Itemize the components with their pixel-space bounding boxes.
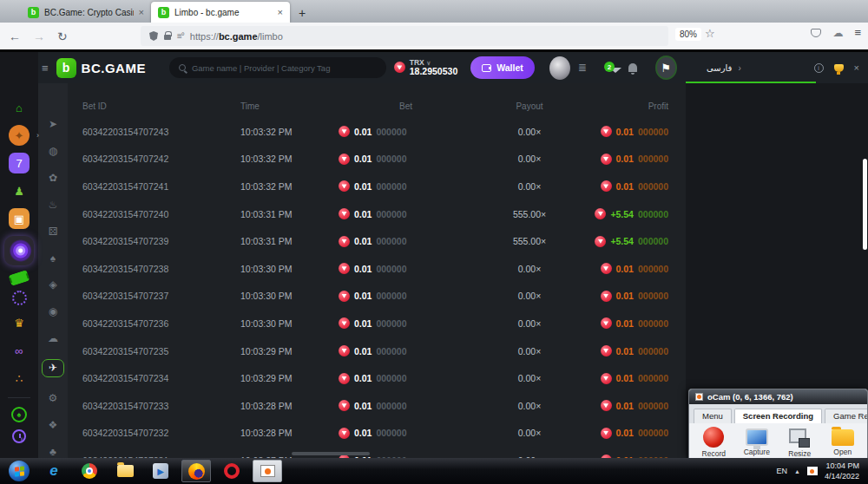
chat-language-tab[interactable]: فارسی xyxy=(707,63,732,73)
chrome-icon xyxy=(82,463,97,479)
start-button[interactable] xyxy=(9,461,30,481)
bet-payout: 555.00× xyxy=(473,209,586,219)
back-button[interactable]: ← xyxy=(9,30,21,43)
zoom-indicator[interactable]: 80% xyxy=(675,28,701,41)
address-bar[interactable]: ≡° https://bc.game/limbo xyxy=(141,26,668,46)
currency-selector[interactable]: TRX ∨ 18.2950530 xyxy=(394,59,457,77)
bcgame-logo-icon: b xyxy=(56,58,76,78)
bookmark-star-icon[interactable]: ☆ xyxy=(705,27,715,40)
sidebar-item-bcd-spade[interactable]: ♠ xyxy=(11,407,27,422)
sidebar-item-lottery-ticket[interactable] xyxy=(9,270,30,286)
mini-game-cards-icon[interactable]: ♠ xyxy=(43,252,62,265)
taskbar-internet-explorer[interactable]: e xyxy=(39,460,69,482)
notifications-bell-icon[interactable] xyxy=(628,63,637,72)
ocam-capture-button[interactable]: Capture xyxy=(741,427,773,458)
ocam-tab-screen-recording[interactable]: Screen Recording xyxy=(734,409,822,423)
inbox-badge: 2 xyxy=(604,62,615,72)
search-icon xyxy=(179,64,186,71)
table-row: 6034220315470723210:03:28 PM0.010000000.… xyxy=(82,420,668,448)
taskbar-clock[interactable]: 10:04 PM 4/14/2022 xyxy=(825,461,863,481)
search-input[interactable] xyxy=(192,63,377,73)
chat-rules-info-icon[interactable]: i xyxy=(814,63,824,73)
hidden-icons-arrow[interactable]: ▲ xyxy=(794,468,800,474)
mini-game-fruits-icon[interactable]: ✿ xyxy=(43,172,62,185)
clock-date: 4/14/2022 xyxy=(825,471,859,481)
extensions-icon[interactable]: ☁ xyxy=(832,27,843,39)
ocam-titlebar[interactable]: oCam (0, 6, 1366, 762) xyxy=(689,389,867,404)
taskbar-ocam[interactable] xyxy=(253,460,282,482)
table-header-row: Bet ID Time Bet Payout Profit xyxy=(82,94,668,118)
language-indicator[interactable]: EN xyxy=(777,467,788,475)
bet-time: 10:03:30 PM xyxy=(240,318,339,329)
sidebar-item-casino[interactable]: ✦› xyxy=(9,125,30,146)
sidebar-item-limbo-spiral[interactable] xyxy=(4,236,34,265)
wallet-button[interactable]: Wallet xyxy=(470,56,535,79)
ocam-resize-button[interactable]: Resize xyxy=(784,427,816,458)
mini-game-mines-icon[interactable]: ❖ xyxy=(43,418,62,431)
sidebar-item-sports[interactable]: ♟ xyxy=(9,180,30,201)
mini-game-gems-icon[interactable]: ◈ xyxy=(43,278,62,291)
firefox-icon xyxy=(188,463,205,480)
mini-game-machine-icon[interactable]: ⚙ xyxy=(43,391,62,404)
bet-amount: 0.01000000 xyxy=(339,428,473,439)
mini-game-plinko-icon[interactable]: ◍ xyxy=(43,145,62,158)
tab-limbo[interactable]: b Limbo - bc.game × xyxy=(151,2,290,23)
bet-profit: +5.54000000 xyxy=(586,236,668,247)
chat-close-icon[interactable]: × xyxy=(854,62,859,73)
mini-game-hilo-icon[interactable]: ♨ xyxy=(43,199,62,212)
folder-icon xyxy=(117,465,134,477)
table-row: 6034220315470723610:03:30 PM0.010000000.… xyxy=(82,310,668,337)
sidebar-item-vip-crown[interactable]: ♛ xyxy=(9,312,30,333)
pocket-icon[interactable] xyxy=(811,29,821,37)
taskbar-opera[interactable] xyxy=(217,460,247,482)
sidebar-item-roulette[interactable] xyxy=(12,291,27,305)
site-header: ≡ b BC.GAME TRX ∨ 18.2950530 xyxy=(38,52,686,83)
ocam-open-button[interactable]: Open xyxy=(827,427,859,458)
tracking-shield-icon[interactable] xyxy=(149,31,158,41)
taskbar-media-player[interactable]: ▶ xyxy=(146,460,175,482)
mini-game-limbo-rocket-icon[interactable]: ✈ xyxy=(42,359,64,378)
trx-coin-icon xyxy=(595,236,606,247)
horizontal-scrollbar[interactable] xyxy=(292,452,370,455)
taskbar-firefox[interactable] xyxy=(181,460,211,482)
ocam-tab-menu[interactable]: Menu xyxy=(694,409,732,423)
browser-toolbar: ← → ↻ ≡° https://bc.game/limbo 80% ☆ ☁ ≡ xyxy=(0,23,868,49)
chevron-right-icon[interactable]: › xyxy=(738,63,740,73)
mini-game-crash-icon[interactable]: ➤ xyxy=(43,118,62,131)
trx-coin-icon xyxy=(339,263,350,274)
sidebar-item-coin-bits[interactable]: ∴ xyxy=(9,368,30,389)
lock-icon[interactable] xyxy=(164,35,171,40)
chat-scrollbar[interactable] xyxy=(863,159,867,250)
taskbar-chrome[interactable] xyxy=(75,460,104,482)
app-menu-icon[interactable]: ≡ xyxy=(854,26,861,39)
reload-button[interactable]: ↻ xyxy=(57,30,68,43)
tab-close-icon[interactable]: × xyxy=(139,7,144,17)
mini-game-sky-icon[interactable]: ☁ xyxy=(43,332,62,345)
quest-flag-icon[interactable]: ⚑ xyxy=(655,56,677,80)
account-list-icon[interactable]: ≣ xyxy=(578,62,587,74)
new-tab-button[interactable]: + xyxy=(299,6,306,23)
sidebar-item-slots[interactable]: 7 xyxy=(9,153,30,173)
sidebar-item-home[interactable]: ⌂ xyxy=(9,97,30,118)
table-row: 6034220315470724110:03:32 PM0.010000000.… xyxy=(82,173,668,200)
sidebar-item-recent-clock[interactable] xyxy=(12,429,26,443)
sidebar-toggle-icon[interactable]: ≡ xyxy=(42,62,49,75)
tab-bcgame-home[interactable]: b BC.Game: Crypto Casino Game × xyxy=(21,2,151,23)
trophy-icon[interactable] xyxy=(834,64,844,72)
avatar[interactable] xyxy=(549,56,570,80)
game-search[interactable] xyxy=(169,57,386,78)
tray-ocam-icon[interactable] xyxy=(807,467,818,475)
mini-game-classic-dice-icon[interactable]: ⚄ xyxy=(43,225,62,238)
ocam-record-button[interactable]: Record xyxy=(698,427,730,458)
mini-game-wheel-icon[interactable]: ◉ xyxy=(43,305,62,318)
ocam-window[interactable]: oCam (0, 6, 1366, 762) Menu Screen Recor… xyxy=(688,389,868,458)
sidebar-item-shop[interactable]: ▣ xyxy=(9,208,30,229)
sidebar-item-friends[interactable]: ∞ xyxy=(9,340,30,361)
bcgame-logo[interactable]: b BC.GAME xyxy=(56,58,146,78)
mini-game-clover-icon[interactable]: ♣ xyxy=(43,445,62,458)
bet-time: 10:03:31 PM xyxy=(240,209,339,219)
ocam-tab-game-recording[interactable]: Game Recor xyxy=(825,409,868,423)
tab-close-icon[interactable]: × xyxy=(278,7,283,17)
taskbar-file-explorer[interactable] xyxy=(110,460,140,482)
permissions-icon[interactable]: ≡° xyxy=(177,31,184,41)
